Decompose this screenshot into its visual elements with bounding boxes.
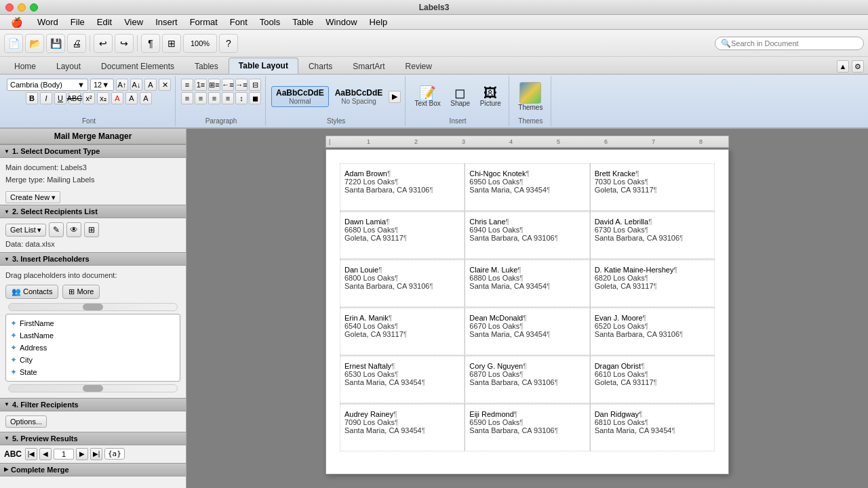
- section-5-header[interactable]: ▼ 5. Preview Results: [0, 432, 186, 445]
- close-button[interactable]: [5, 3, 14, 12]
- open-btn[interactable]: 📂: [25, 34, 44, 53]
- menu-font[interactable]: Font: [224, 16, 253, 28]
- clear-format-btn[interactable]: ✕: [159, 79, 171, 91]
- label-cell[interactable]: Adam Brown¶ 7220 Los Oaks¶ Santa Barbara…: [340, 163, 465, 211]
- section-6-header[interactable]: ▶ Complete Merge: [0, 463, 186, 476]
- search-bar[interactable]: 🔍: [715, 37, 864, 50]
- menu-format[interactable]: Format: [184, 16, 223, 28]
- menu-edit[interactable]: Edit: [92, 16, 117, 28]
- label-cell[interactable]: Eiji Redmond¶ 6590 Los Oaks¶ Santa Barba…: [465, 404, 589, 451]
- menu-window[interactable]: Window: [320, 16, 362, 28]
- menu-table[interactable]: Table: [287, 16, 319, 28]
- align-right-btn[interactable]: ≡: [208, 92, 220, 104]
- get-list-btn[interactable]: Get List ▾: [5, 224, 46, 237]
- tab-tables[interactable]: Tables: [184, 58, 229, 74]
- label-cell[interactable]: Chi-Ngoc Knotek¶ 6950 Los Oaks¶ Santa Ma…: [465, 163, 589, 211]
- edit-list-btn[interactable]: ✎: [49, 222, 64, 237]
- ribbon-options-btn[interactable]: ⚙: [852, 60, 864, 73]
- label-cell[interactable]: Cory G. Nguyen¶ 6870 Los Oaks¶ Santa Bar…: [465, 356, 589, 403]
- view-list-btn[interactable]: 👁: [66, 222, 81, 237]
- tab-layout[interactable]: Layout: [46, 58, 91, 74]
- label-cell[interactable]: Dan Louie¶ 6800 Los Oaks¶ Santa Barbara,…: [340, 260, 465, 307]
- document-area[interactable]: | 1 2 3 4 5 6 7 8 Adam Brown¶ 7220 Los O…: [186, 129, 868, 488]
- section-1-header[interactable]: ▼ 1. Select Document Type: [0, 144, 186, 158]
- font-size-down-btn[interactable]: A↓: [130, 79, 142, 91]
- label-cell[interactable]: David A. Lebrilla¶ 6730 Los Oaks¶ Santa …: [590, 211, 715, 259]
- menu-word[interactable]: Word: [32, 16, 64, 28]
- font-size-up-btn[interactable]: A↑: [116, 79, 128, 91]
- placeholder-state[interactable]: ✦ State: [9, 366, 177, 378]
- search-input[interactable]: [731, 39, 858, 47]
- label-cell[interactable]: Dan Ridgway¶ 6810 Los Oaks¶ Santa Maria,…: [590, 404, 715, 451]
- label-cell[interactable]: Erin A. Manik¶ 6540 Los Oaks¶ Goleta, CA…: [340, 308, 465, 355]
- placeholder-lastname[interactable]: ✦ LastName: [9, 329, 177, 342]
- redo-btn[interactable]: ↪: [115, 34, 134, 53]
- filter-list-btn[interactable]: ⊞: [84, 222, 99, 237]
- underline-btn[interactable]: U: [54, 92, 66, 104]
- text-effects-btn[interactable]: A: [140, 92, 152, 104]
- textbox-btn[interactable]: 📝 Text Box: [411, 84, 443, 109]
- zoom-btn[interactable]: 100%: [183, 34, 217, 53]
- label-cell[interactable]: Dean McDonald¶ 6670 Los Oaks¶ Santa Mari…: [465, 308, 589, 355]
- preview-next-btn[interactable]: ▶: [76, 448, 88, 460]
- formatting-marks-btn[interactable]: ¶: [141, 34, 160, 53]
- shading-btn[interactable]: ◼: [249, 92, 261, 104]
- tab-charts[interactable]: Charts: [298, 58, 342, 74]
- style-no-spacing[interactable]: AaBbCcDdE No Spacing: [330, 86, 388, 107]
- superscript-btn[interactable]: x²: [83, 92, 95, 104]
- increase-indent-btn[interactable]: →≡: [235, 79, 248, 91]
- label-cell[interactable]: Brett Kracke¶ 7030 Los Oaks¶ Goleta, CA …: [590, 163, 715, 211]
- picture-btn[interactable]: 🖼 Picture: [477, 84, 505, 109]
- align-center-btn[interactable]: ≡: [195, 92, 207, 104]
- contacts-btn[interactable]: 👥 Contacts: [5, 285, 58, 299]
- minimize-button[interactable]: [18, 3, 26, 12]
- preview-page-num[interactable]: 1: [54, 449, 74, 460]
- subscript-btn[interactable]: x₂: [97, 92, 109, 104]
- section-2-header[interactable]: ▼ 2. Select Recipients List: [0, 205, 186, 218]
- save-btn[interactable]: 💾: [46, 34, 65, 53]
- italic-btn[interactable]: I: [40, 92, 52, 104]
- label-cell[interactable]: Chris Lane¶ 6940 Los Oaks¶ Santa Barbara…: [465, 211, 589, 259]
- label-cell[interactable]: D. Katie Maine-Hershey¶ 6820 Los Oaks¶ G…: [590, 260, 715, 307]
- tab-table-layout[interactable]: Table Layout: [229, 58, 298, 74]
- font-name-selector[interactable]: Cambria (Body) ▼: [7, 79, 88, 91]
- menu-file[interactable]: File: [65, 16, 90, 28]
- list-btn[interactable]: ⊞≡: [208, 79, 220, 91]
- ribbon-collapse-btn[interactable]: ▲: [837, 60, 849, 73]
- styles-more-btn[interactable]: ▶: [389, 91, 401, 103]
- placeholder-city[interactable]: ✦ City: [9, 354, 177, 366]
- section-4-header[interactable]: ▼ 4. Filter Recipients: [0, 398, 186, 411]
- preview-abc-badge[interactable]: {a}: [104, 448, 125, 460]
- tab-review[interactable]: Review: [395, 58, 442, 74]
- menu-help[interactable]: Help: [364, 16, 393, 28]
- more-btn[interactable]: ⊞ More: [62, 285, 100, 299]
- preview-first-btn[interactable]: |◀: [25, 448, 37, 460]
- placeholder-firstname[interactable]: ✦ FirstName: [9, 317, 177, 329]
- scroll-indicator[interactable]: [8, 303, 178, 311]
- create-new-btn[interactable]: Create New ▾: [5, 191, 60, 203]
- label-cell[interactable]: Claire M. Luke¶ 6880 Los Oaks¶ Santa Mar…: [465, 260, 589, 307]
- menu-view[interactable]: View: [119, 16, 149, 28]
- shape-btn[interactable]: ◻ Shape: [447, 84, 474, 109]
- themes-button[interactable]: Themes: [515, 79, 546, 115]
- options-btn[interactable]: Options...: [5, 415, 47, 428]
- highlight-btn[interactable]: A: [125, 92, 138, 104]
- bold-btn[interactable]: B: [26, 92, 38, 104]
- tab-home[interactable]: Home: [4, 58, 46, 74]
- view-btn[interactable]: ⊞: [162, 34, 181, 53]
- justify-btn[interactable]: ≡: [222, 92, 234, 104]
- label-cell[interactable]: Audrey Rainey¶ 7090 Los Oaks¶ Santa Mari…: [340, 404, 465, 451]
- border-btn[interactable]: ⊟: [249, 79, 261, 91]
- placeholder-address[interactable]: ✦ Address: [9, 342, 177, 354]
- font-size-input-btn[interactable]: A: [144, 79, 157, 91]
- label-cell[interactable]: Dragan Obrist¶ 6610 Los Oaks¶ Goleta, CA…: [590, 356, 715, 403]
- preview-last-btn[interactable]: ▶|: [90, 448, 102, 460]
- bullets-btn[interactable]: ≡: [181, 79, 193, 91]
- help-btn[interactable]: ?: [219, 34, 238, 53]
- print-btn[interactable]: 🖨: [67, 34, 86, 53]
- menu-insert[interactable]: Insert: [150, 16, 183, 28]
- label-cell[interactable]: Dawn Lamia¶ 6680 Los Oaks¶ Goleta, CA 93…: [340, 211, 465, 259]
- traffic-lights[interactable]: [5, 3, 38, 12]
- label-cell[interactable]: Evan J. Moore¶ 6520 Los Oaks¶ Santa Barb…: [590, 308, 715, 355]
- numbering-btn[interactable]: 1≡: [195, 79, 207, 91]
